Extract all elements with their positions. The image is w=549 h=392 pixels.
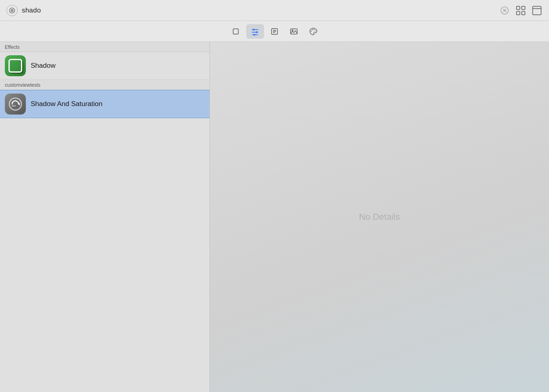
svg-rect-10 — [522, 11, 525, 15]
title-bar: shado — [0, 0, 549, 21]
svg-rect-13 — [233, 29, 239, 34]
palette-button[interactable] — [304, 24, 322, 39]
svg-point-28 — [314, 29, 314, 30]
widget-button[interactable] — [227, 24, 245, 39]
shadow-saturation-item-label: Shadow And Saturation — [31, 100, 103, 108]
grid-view-button[interactable] — [515, 5, 526, 16]
title-bar-left: shado — [6, 5, 41, 16]
svg-rect-11 — [533, 6, 541, 15]
sidebar: Effects Shadow customviewtests — [0, 42, 210, 392]
list-item[interactable]: Shadow And Saturation — [0, 90, 210, 118]
shadow-item-icon — [5, 55, 26, 76]
shadow-saturation-item-icon — [5, 94, 26, 115]
saturation-icon-bg — [5, 94, 26, 115]
effects-section-header: Effects — [0, 42, 210, 52]
svg-rect-9 — [517, 11, 520, 15]
svg-point-15 — [253, 29, 255, 31]
customviewtests-section-header: customviewtests — [0, 80, 210, 90]
shadow-icon-bg — [5, 55, 26, 76]
close-button[interactable] — [499, 5, 510, 16]
svg-point-19 — [254, 33, 256, 35]
svg-point-29 — [314, 30, 315, 31]
svg-rect-8 — [522, 6, 525, 9]
image-button[interactable] — [285, 24, 303, 39]
svg-rect-7 — [517, 6, 520, 9]
svg-point-26 — [311, 30, 312, 31]
svg-point-17 — [256, 31, 258, 33]
list-item[interactable]: Shadow — [0, 52, 210, 80]
svg-rect-32 — [12, 105, 16, 106]
title-bar-controls — [499, 5, 543, 16]
app-title: shado — [22, 6, 41, 15]
svg-point-27 — [312, 29, 313, 30]
window-button[interactable] — [531, 5, 543, 16]
shadow-item-label: Shadow — [31, 62, 55, 70]
sliders-button[interactable] — [246, 24, 264, 39]
detail-panel: No Details — [210, 42, 549, 392]
code-button[interactable] — [266, 24, 283, 39]
shadow-icon-inner — [8, 59, 22, 73]
toolbar — [0, 21, 549, 42]
svg-point-25 — [292, 30, 293, 31]
no-details-label: No Details — [359, 212, 400, 222]
menu-icon[interactable] — [6, 5, 18, 16]
main-layout: Effects Shadow customviewtests — [0, 42, 549, 392]
